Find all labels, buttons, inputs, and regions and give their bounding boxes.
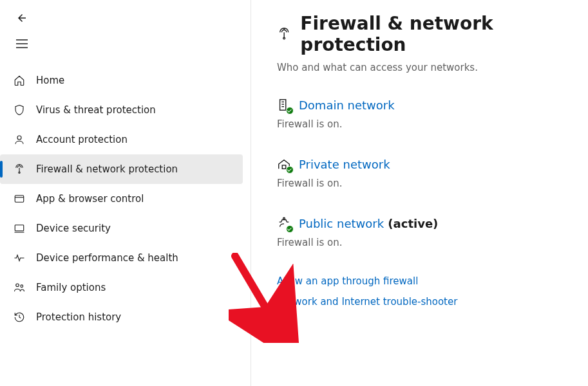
svg-rect-16: [280, 100, 286, 111]
shield-icon: [13, 104, 26, 116]
app-browser-icon: [13, 192, 26, 205]
sidebar-item-label: Home: [36, 75, 64, 86]
page-title: Firewall & network protection: [300, 13, 562, 55]
active-label: (active): [384, 217, 438, 230]
sidebar-item-performance[interactable]: Device performance & health: [0, 243, 243, 273]
hamburger-icon: [16, 39, 28, 48]
svg-point-21: [283, 217, 285, 219]
sidebar-item-device-security[interactable]: Device security: [0, 214, 243, 243]
sidebar-item-label: Protection history: [36, 311, 121, 323]
svg-rect-9: [15, 225, 24, 231]
firewall-page-icon: [277, 26, 291, 42]
public-network-icon: [277, 216, 291, 230]
private-network-icon: [277, 157, 291, 171]
sidebar-item-label: Device security: [36, 223, 111, 234]
back-button[interactable]: [9, 8, 35, 28]
main-content: Firewall & network protection Who and wh…: [251, 0, 588, 386]
history-icon: [13, 311, 26, 324]
page-title-row: Firewall & network protection: [277, 13, 562, 55]
sidebar-item-label: Family options: [36, 282, 106, 293]
checkmark-badge-icon: [286, 107, 294, 115]
svg-point-15: [283, 37, 285, 39]
home-icon: [13, 74, 26, 87]
hamburger-button[interactable]: [9, 33, 35, 54]
svg-point-6: [19, 172, 20, 173]
network-status: Firewall is on.: [277, 237, 562, 248]
public-network-link[interactable]: Public network: [299, 217, 384, 230]
network-section-public: Public network (active) Firewall is on.: [277, 216, 562, 248]
family-icon: [13, 281, 26, 294]
allow-app-link[interactable]: Allow an app through firewall: [277, 275, 562, 287]
sidebar-item-label: App & browser control: [36, 193, 144, 205]
network-status: Firewall is on.: [277, 178, 562, 189]
sidebar-item-history[interactable]: Protection history: [0, 302, 243, 332]
troubleshooter-link[interactable]: Network and Internet trouble-shooter: [277, 296, 562, 308]
sidebar-item-virus[interactable]: Virus & threat protection: [0, 95, 243, 125]
checkmark-badge-icon: [286, 225, 294, 233]
network-status: Firewall is on.: [277, 118, 562, 130]
device-security-icon: [13, 222, 26, 235]
domain-network-icon: [277, 98, 291, 112]
sidebar-item-label: Device performance & health: [36, 252, 178, 264]
sidebar-item-home[interactable]: Home: [0, 66, 243, 95]
svg-rect-20: [282, 165, 286, 169]
domain-network-link[interactable]: Domain network: [299, 98, 395, 112]
svg-rect-7: [15, 196, 24, 203]
sidebar-item-app-browser[interactable]: App & browser control: [0, 184, 243, 214]
checkmark-badge-icon: [286, 166, 294, 174]
heartbeat-icon: [13, 252, 26, 264]
svg-point-12: [21, 285, 23, 288]
sidebar-item-label: Account protection: [36, 134, 128, 145]
svg-point-11: [16, 284, 19, 287]
sidebar-item-label: Firewall & network protection: [36, 163, 178, 175]
svg-point-3: [17, 136, 21, 140]
network-section-domain: Domain network Firewall is on.: [277, 98, 562, 130]
page-subtitle: Who and what can access your networks.: [277, 62, 562, 73]
private-network-link[interactable]: Private network: [299, 158, 390, 171]
account-icon: [13, 133, 26, 146]
sidebar-item-family[interactable]: Family options: [0, 273, 243, 302]
sidebar-item-firewall[interactable]: Firewall & network protection: [0, 154, 243, 184]
firewall-icon: [13, 163, 26, 176]
back-arrow-icon: [16, 12, 28, 24]
network-section-private: Private network Firewall is on.: [277, 157, 562, 189]
sidebar-item-label: Virus & threat protection: [36, 104, 156, 116]
sidebar-item-account[interactable]: Account protection: [0, 125, 243, 154]
sidebar: Home Virus & threat protection Account p…: [0, 0, 251, 386]
